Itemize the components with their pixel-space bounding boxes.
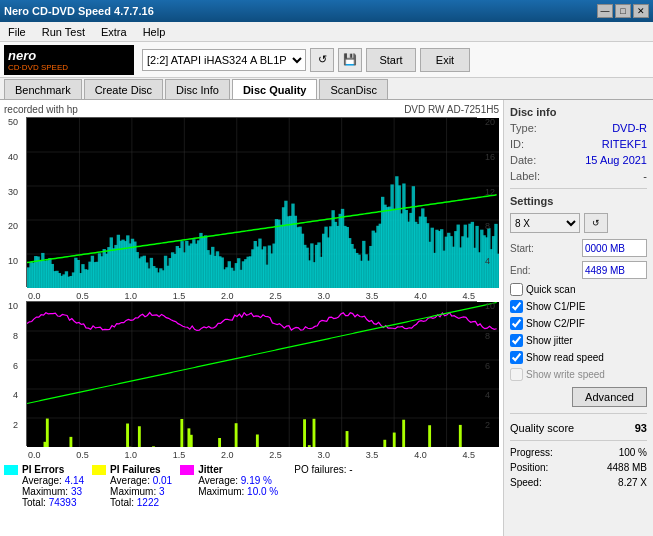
menu-extra[interactable]: Extra: [93, 25, 135, 39]
logo-sub: CD·DVD SPEED: [8, 63, 68, 72]
position-row: Position: 4488 MB: [510, 462, 647, 473]
pi-failures-label: PI Failures: [110, 464, 172, 475]
speed-select[interactable]: 8 X 4 X 12 X 16 X: [510, 213, 580, 233]
jitter-stats: Jitter Average: 9.19 % Maximum: 10.0 %: [198, 464, 278, 497]
disc-date-label: Date:: [510, 154, 536, 166]
legend-area: PI Errors Average: 4.14 Maximum: 33 Tota…: [4, 464, 499, 508]
divider-2: [510, 413, 647, 414]
quality-score-value: 93: [635, 422, 647, 434]
show-c2pif-label: Show C2/PIF: [526, 318, 585, 329]
disc-type-label: Type:: [510, 122, 537, 134]
speed-row-progress: Speed: 8.27 X: [510, 477, 647, 488]
logo-text: nero: [8, 48, 36, 63]
speed-label: Speed:: [510, 477, 542, 488]
chart-header: recorded with hp DVD RW AD-7251H5: [4, 104, 499, 115]
show-c2pif-checkbox[interactable]: [510, 317, 523, 330]
tab-create-disc[interactable]: Create Disc: [84, 79, 163, 99]
quick-scan-checkbox[interactable]: [510, 283, 523, 296]
refresh-button[interactable]: ↺: [310, 48, 334, 72]
disc-date-row: Date: 15 Aug 2021: [510, 154, 647, 166]
tab-disc-info[interactable]: Disc Info: [165, 79, 230, 99]
quality-score-label: Quality score: [510, 422, 574, 434]
pi-failures-avg: Average: 0.01: [110, 475, 172, 486]
show-jitter-label: Show jitter: [526, 335, 573, 346]
show-write-speed-checkbox[interactable]: [510, 368, 523, 381]
jitter-label: Jitter: [198, 464, 278, 475]
legend-pi-errors: PI Errors Average: 4.14 Maximum: 33 Tota…: [4, 464, 84, 508]
disc-label-row: Label: -: [510, 170, 647, 182]
tab-bar: Benchmark Create Disc Disc Info Disc Qua…: [0, 78, 653, 100]
po-failures-label: PO failures: -: [294, 464, 352, 475]
disc-date-value: 15 Aug 2021: [585, 154, 647, 166]
drive-select[interactable]: [2:2] ATAPI iHAS324 A BL1P: [142, 49, 306, 71]
bottom-chart: [26, 301, 477, 446]
start-input[interactable]: [582, 239, 647, 257]
recorded-label: recorded with hp: [4, 104, 78, 115]
tab-scandisc[interactable]: ScanDisc: [319, 79, 387, 99]
progress-row: Progress: 100 %: [510, 447, 647, 458]
end-input[interactable]: [582, 261, 647, 279]
legend-jitter: Jitter Average: 9.19 % Maximum: 10.0 %: [180, 464, 278, 508]
checkbox-show-write-speed: Show write speed: [510, 368, 647, 381]
exit-button[interactable]: Exit: [420, 48, 470, 72]
checkbox-show-read-speed: Show read speed: [510, 351, 647, 364]
disc-label-value: -: [643, 170, 647, 182]
tab-disc-quality[interactable]: Disc Quality: [232, 79, 318, 99]
end-row: End:: [510, 261, 647, 279]
pi-errors-avg: Average: 4.14: [22, 475, 84, 486]
maximize-button[interactable]: □: [615, 4, 631, 18]
pi-failures-total: Total: 1222: [110, 497, 172, 508]
main-content: recorded with hp DVD RW AD-7251H5 504030…: [0, 100, 653, 536]
menu-run-test[interactable]: Run Test: [34, 25, 93, 39]
tab-benchmark[interactable]: Benchmark: [4, 79, 82, 99]
disc-id-label: ID:: [510, 138, 524, 150]
pi-errors-color: [4, 465, 18, 475]
disc-type-row: Type: DVD-R: [510, 122, 647, 134]
top-chart: [26, 117, 477, 287]
jitter-max: Maximum: 10.0 %: [198, 486, 278, 497]
pi-errors-total: Total: 74393: [22, 497, 84, 508]
show-jitter-checkbox[interactable]: [510, 334, 523, 347]
legend-pi-failures: PI Failures Average: 0.01 Maximum: 3 Tot…: [92, 464, 172, 508]
show-read-speed-checkbox[interactable]: [510, 351, 523, 364]
bottom-y-axis-right: 108642: [485, 301, 495, 450]
speed-refresh-btn[interactable]: ↺: [584, 213, 608, 233]
jitter-color: [180, 465, 194, 475]
top-y-axis-right: 20161284: [485, 117, 495, 291]
divider-3: [510, 440, 647, 441]
speed-value: 8.27 X: [618, 477, 647, 488]
divider-1: [510, 188, 647, 189]
checkbox-quick-scan: Quick scan: [510, 283, 647, 296]
start-button[interactable]: Start: [366, 48, 416, 72]
show-read-speed-label: Show read speed: [526, 352, 604, 363]
pi-failures-stats: PI Failures Average: 0.01 Maximum: 3 Tot…: [110, 464, 172, 508]
minimize-button[interactable]: —: [597, 4, 613, 18]
menu-file[interactable]: File: [0, 25, 34, 39]
disc-info-title: Disc info: [510, 106, 647, 118]
start-row: Start:: [510, 239, 647, 257]
position-value: 4488 MB: [607, 462, 647, 473]
po-failures-area: PO failures: -: [294, 464, 352, 508]
window-title: Nero CD-DVD Speed 4.7.7.16: [4, 5, 154, 17]
checkbox-show-c1pie: Show C1/PIE: [510, 300, 647, 313]
position-label: Position:: [510, 462, 548, 473]
pi-failures-color: [92, 465, 106, 475]
chart-area: recorded with hp DVD RW AD-7251H5 504030…: [0, 100, 503, 536]
start-label: Start:: [510, 243, 534, 254]
top-y-axis-left: 5040302010: [8, 117, 18, 291]
disc-id-value: RITEKF1: [602, 138, 647, 150]
close-button[interactable]: ✕: [633, 4, 649, 18]
logo: nero CD·DVD SPEED: [4, 45, 134, 75]
progress-value: 100 %: [619, 447, 647, 458]
checkbox-show-c2pif: Show C2/PIF: [510, 317, 647, 330]
show-c1pie-checkbox[interactable]: [510, 300, 523, 313]
menu-help[interactable]: Help: [135, 25, 174, 39]
bottom-chart-wrapper: 108642 108642: [26, 301, 477, 450]
title-bar: Nero CD-DVD Speed 4.7.7.16 — □ ✕: [0, 0, 653, 22]
quality-score-row: Quality score 93: [510, 422, 647, 434]
pi-errors-max: Maximum: 33: [22, 486, 84, 497]
advanced-button[interactable]: Advanced: [572, 387, 647, 407]
end-label: End:: [510, 265, 531, 276]
top-chart-wrapper: 5040302010 20161284: [26, 117, 477, 291]
save-button[interactable]: 💾: [338, 48, 362, 72]
